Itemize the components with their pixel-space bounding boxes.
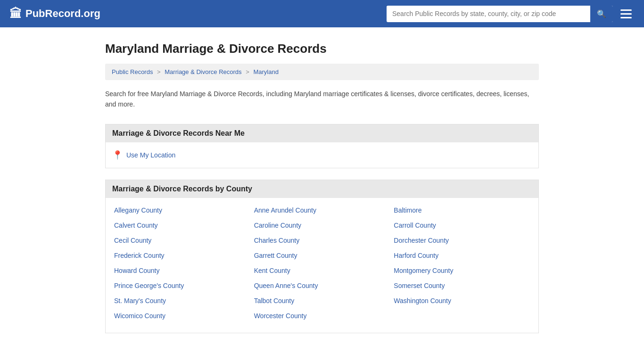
county-link-worcester[interactable]: Worcester County	[252, 308, 392, 323]
county-link-dorchester[interactable]: Dorchester County	[392, 233, 532, 248]
county-link-cecil[interactable]: Cecil County	[112, 233, 252, 248]
county-link-queen-annes[interactable]: Queen Anne's County	[252, 278, 392, 293]
site-logo[interactable]: 🏛 PubRecord.org	[9, 7, 100, 21]
county-link-allegany[interactable]: Allegany County	[112, 203, 252, 218]
county-col-3: Baltimore Carroll County Dorchester Coun…	[392, 203, 532, 323]
search-icon: 🔍	[597, 10, 606, 18]
county-link-somerset[interactable]: Somerset County	[392, 278, 532, 293]
hamburger-line-2	[620, 13, 632, 15]
county-link-baltimore[interactable]: Baltimore	[392, 203, 532, 218]
search-bar: 🔍	[387, 6, 613, 22]
near-me-section: Marriage & Divorce Records Near Me 📍 Use…	[105, 124, 539, 168]
breadcrumb: Public Records > Marriage & Divorce Reco…	[105, 64, 539, 80]
county-link-harford[interactable]: Harford County	[392, 248, 532, 263]
breadcrumb-sep-1: >	[157, 68, 161, 75]
county-link-carroll[interactable]: Carroll County	[392, 218, 532, 233]
county-link-caroline[interactable]: Caroline County	[252, 218, 392, 233]
county-grid: Allegany County Calvert County Cecil Cou…	[106, 198, 538, 333]
county-link-montgomery[interactable]: Montgomery County	[392, 263, 532, 278]
county-link-calvert[interactable]: Calvert County	[112, 218, 252, 233]
county-link-charles[interactable]: Charles County	[252, 233, 392, 248]
county-link-talbot[interactable]: Talbot County	[252, 293, 392, 308]
hamburger-line-3	[620, 17, 632, 18]
county-section-header: Marriage & Divorce Records by County	[106, 180, 538, 198]
breadcrumb-public-records[interactable]: Public Records	[112, 68, 153, 75]
header-right: 🔍	[387, 6, 635, 22]
county-link-anne-arundel[interactable]: Anne Arundel County	[252, 203, 392, 218]
county-link-washington[interactable]: Washington County	[392, 293, 532, 308]
county-link-wicomico[interactable]: Wicomico County	[112, 308, 252, 323]
page-title: Maryland Marriage & Divorce Records	[105, 41, 539, 56]
county-link-howard[interactable]: Howard County	[112, 263, 252, 278]
main-content: Maryland Marriage & Divorce Records Publ…	[96, 27, 548, 362]
search-input[interactable]	[387, 6, 590, 21]
county-link-garrett[interactable]: Garrett County	[252, 248, 392, 263]
county-link-st-marys[interactable]: St. Mary's County	[112, 293, 252, 308]
county-link-prince-georges[interactable]: Prince George's County	[112, 278, 252, 293]
county-link-kent[interactable]: Kent County	[252, 263, 392, 278]
site-header: 🏛 PubRecord.org 🔍	[0, 0, 644, 27]
hamburger-line-1	[620, 9, 632, 11]
search-button[interactable]: 🔍	[590, 6, 613, 22]
logo-building-icon: 🏛	[9, 7, 22, 21]
breadcrumb-marriage-divorce[interactable]: Marriage & Divorce Records	[165, 68, 241, 75]
location-pin-icon: 📍	[112, 150, 123, 160]
use-location-label: Use My Location	[126, 151, 175, 159]
county-section: Marriage & Divorce Records by County All…	[105, 180, 539, 333]
breadcrumb-maryland[interactable]: Maryland	[253, 68, 278, 75]
page-description: Search for free Maryland Marriage & Divo…	[105, 89, 539, 110]
hamburger-menu-button[interactable]	[618, 7, 635, 21]
near-me-body: 📍 Use My Location	[106, 142, 538, 168]
use-location-link[interactable]: 📍 Use My Location	[112, 150, 532, 160]
logo-text: PubRecord.org	[25, 8, 100, 20]
county-col-1: Allegany County Calvert County Cecil Cou…	[112, 203, 252, 323]
county-link-frederick[interactable]: Frederick County	[112, 248, 252, 263]
breadcrumb-sep-2: >	[246, 68, 249, 75]
near-me-section-header: Marriage & Divorce Records Near Me	[106, 124, 538, 142]
county-col-2: Anne Arundel County Caroline County Char…	[252, 203, 392, 323]
